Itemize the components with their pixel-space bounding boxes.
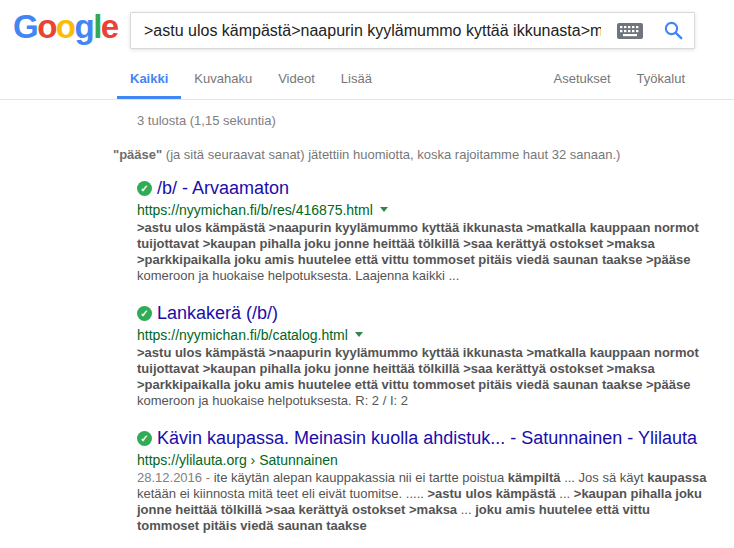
result-title-row: ✓ Kävin kaupassa. Meinasin kuolla ahdist…	[137, 428, 709, 448]
tab-kuvahaku[interactable]: Kuvahaku	[181, 61, 265, 99]
search-input[interactable]	[131, 22, 607, 40]
search-result-2: ✓ Lankakerä (/b/) https://nyymichan.fi/b…	[137, 303, 709, 409]
tabbar-right-group: Asetukset Työkalut	[540, 58, 734, 99]
result-title-row: ✓ Lankakerä (/b/)	[137, 303, 709, 323]
logo-letter: o	[37, 8, 56, 45]
result-url-row: https://ylilauta.org › Satunnainen	[137, 452, 709, 467]
result-title-link[interactable]: /b/ - Arvaamaton	[157, 178, 289, 199]
snippet-date: 28.12.2016 -	[137, 470, 214, 485]
tab-videot[interactable]: Videot	[265, 61, 328, 99]
google-results-page: Google	[0, 0, 734, 534]
logo-letter: o	[56, 8, 75, 45]
tab-asetukset[interactable]: Asetukset	[540, 61, 623, 99]
safe-site-check-icon[interactable]: ✓	[137, 431, 152, 446]
logo-letter: e	[101, 8, 118, 45]
result-type-tabbar: Kaikki Kuvahaku Videot Lisää Asetukset T…	[0, 58, 734, 100]
result-stats: 3 tulosta (1,15 sekuntia)	[137, 113, 734, 128]
snippet-text: ... Jos sä käyt	[561, 470, 648, 485]
result-url: https://nyymichan.fi/b/catalog.html	[137, 327, 348, 343]
logo-letter: l	[93, 8, 101, 45]
result-snippet: >astu ulos kämpästä >naapurin kyylämummo…	[137, 345, 709, 409]
snippet-bold-text: >astu ulos kämpästä >naapurin kyylämummo…	[137, 220, 699, 267]
result-url: https://nyymichan.fi/b/res/416875.html	[137, 202, 373, 218]
search-box	[130, 12, 695, 49]
notice-omitted-word: "pääse"	[113, 147, 162, 162]
tab-kaikki[interactable]: Kaikki	[117, 61, 181, 99]
snippet-text: ...	[457, 502, 475, 517]
safe-site-check-icon[interactable]: ✓	[137, 306, 152, 321]
snippet-text: komeroon ja huokaise helpotuksesta. Laaj…	[137, 268, 459, 283]
snippet-bold-text: >astu ulos kämpästä >naapurin kyylämummo…	[137, 345, 699, 392]
result-title-link[interactable]: Kävin kaupassa. Meinasin kuolla ahdistuk…	[157, 428, 697, 449]
keyboard-icon-glyph	[617, 23, 643, 39]
safe-site-check-icon[interactable]: ✓	[137, 181, 152, 196]
notice-text: (ja sitä seuraavat sanat) jätettiin huom…	[162, 147, 620, 162]
snippet-bold-text: kämpiltä	[508, 470, 561, 485]
logo-letter: g	[75, 8, 94, 45]
snippet-bold-text: kaupassa	[647, 470, 706, 485]
tab-lisaa[interactable]: Lisää	[328, 61, 385, 99]
result-title-row: ✓ /b/ - Arvaamaton	[137, 178, 709, 198]
result-title-link[interactable]: Lankakerä (/b/)	[157, 303, 278, 324]
result-url-row: https://nyymichan.fi/b/catalog.html	[137, 327, 709, 342]
snippet-text: ite käytän alepan kauppakassia nii ei ta…	[214, 470, 508, 485]
search-result-3: ✓ Kävin kaupassa. Meinasin kuolla ahdist…	[137, 428, 709, 534]
url-dropdown-arrow-icon[interactable]	[355, 332, 363, 337]
logo-letter: G	[13, 8, 37, 45]
results-list: ✓ /b/ - Arvaamaton https://nyymichan.fi/…	[137, 178, 709, 534]
keyboard-icon[interactable]	[607, 13, 653, 48]
result-snippet: >astu ulos kämpästä >naapurin kyylämummo…	[137, 220, 709, 284]
snippet-bold-text: >astu ulos kämpästä	[427, 486, 555, 501]
snippet-text: ...	[556, 486, 574, 501]
google-logo[interactable]: Google	[13, 8, 118, 46]
query-word-limit-notice: "pääse" (ja sitä seuraavat sanat) jätett…	[113, 147, 734, 162]
url-dropdown-arrow-icon[interactable]	[380, 207, 388, 212]
search-header: Google	[0, 0, 734, 58]
search-button[interactable]	[653, 13, 694, 48]
snippet-text: ketään ei kiinnosta mitä teet eli eivät …	[137, 486, 427, 501]
snippet-text: komeroon ja huokaise helpotuksesta. R: 2…	[137, 393, 408, 408]
result-breadcrumb-url: https://ylilauta.org › Satunnainen	[137, 452, 338, 468]
result-snippet: 28.12.2016 - ite käytän alepan kauppakas…	[137, 470, 709, 534]
result-url-row: https://nyymichan.fi/b/res/416875.html	[137, 202, 709, 217]
tab-tyokalut[interactable]: Työkalut	[624, 61, 698, 99]
search-icon	[663, 20, 684, 41]
search-result-1: ✓ /b/ - Arvaamaton https://nyymichan.fi/…	[137, 178, 709, 284]
